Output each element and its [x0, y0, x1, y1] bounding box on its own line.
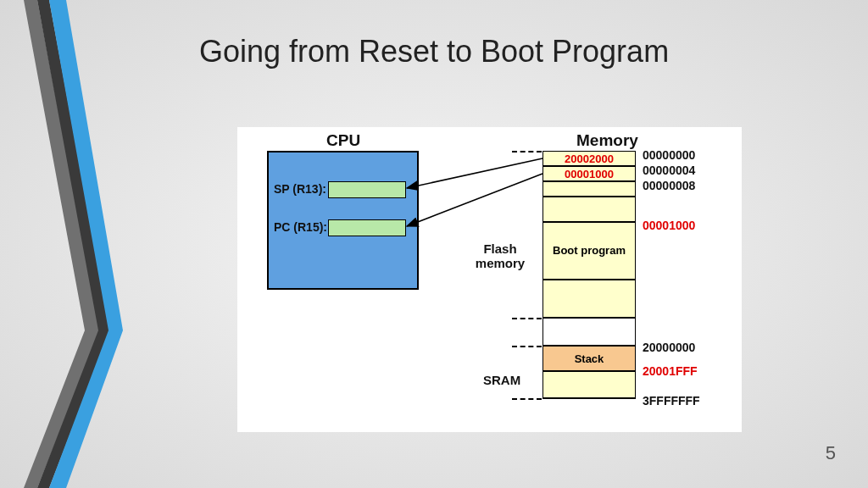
mem-cell-gap: [542, 318, 636, 346]
dash-line: [512, 346, 542, 347]
svg-line-5: [407, 174, 542, 226]
memory-column: 20002000 00001000 Boot program Stack: [542, 151, 636, 428]
mem-cell-empty: [542, 197, 636, 222]
svg-marker-2: [49, 0, 123, 488]
page-number: 5: [826, 442, 836, 464]
svg-marker-1: [37, 0, 110, 488]
addr-5: 20001FFF: [643, 364, 698, 378]
memory-header: Memory: [576, 131, 638, 150]
slide-title: Going from Reset to Boot Program: [0, 34, 868, 69]
sp-label: SP (R13):: [274, 182, 326, 196]
slide-decoration: [0, 0, 127, 488]
addr-4: 20000000: [643, 341, 695, 354]
addr-3: 00001000: [643, 219, 695, 232]
addr-0: 00000000: [643, 148, 695, 162]
mem-cell-empty: [542, 280, 636, 318]
svg-marker-0: [24, 0, 100, 488]
mem-cell-sp-value: 20002000: [542, 151, 636, 166]
mem-cell-stack: Stack: [542, 346, 636, 371]
sp-register: [328, 181, 406, 198]
slide: Going from Reset to Boot Program 5 CPU M…: [0, 0, 868, 488]
addr-2: 00000008: [643, 179, 695, 192]
mem-cell-empty: [542, 371, 636, 398]
mem-cell-empty: [542, 181, 636, 197]
dash-line: [512, 398, 542, 400]
cpu-header: CPU: [326, 131, 360, 150]
dash-line: [512, 151, 542, 152]
mem-cell-boot-program: Boot program: [542, 222, 636, 280]
dash-line: [512, 318, 542, 319]
diagram-container: CPU Memory SP (R13): PC (R15): Flash mem…: [237, 127, 742, 432]
flash-memory-label: Flash memory: [470, 241, 530, 270]
pc-label: PC (R15):: [274, 220, 327, 234]
sram-label: SRAM: [483, 373, 520, 387]
pc-register: [328, 219, 406, 236]
mem-cell-pc-value: 00001000: [542, 166, 636, 181]
addr-6: 3FFFFFFF: [643, 394, 700, 408]
cpu-box: SP (R13): PC (R15):: [267, 151, 419, 290]
addr-1: 00000004: [643, 164, 695, 177]
mem-cell-gap: [542, 398, 636, 428]
svg-line-4: [407, 158, 542, 188]
